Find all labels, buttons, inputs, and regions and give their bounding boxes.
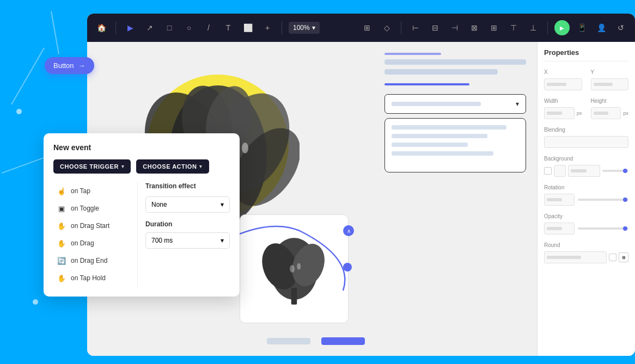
- prop-round-label: Round: [544, 242, 628, 248]
- deco-line-1: [11, 48, 45, 105]
- mockup-line-3: [384, 83, 469, 85]
- play-button[interactable]: ▶: [554, 20, 570, 35]
- mobile-preview-icon[interactable]: 📱: [574, 20, 589, 35]
- event-item-on-drag[interactable]: ✋ on Drag: [53, 235, 130, 252]
- prop-group-opacity: Opacity: [544, 213, 628, 235]
- duration-chevron-icon: ▾: [221, 237, 224, 244]
- prop-x-label: X: [544, 69, 582, 75]
- prop-rotation-slider[interactable]: [578, 199, 628, 201]
- mockup-line-2: [384, 69, 498, 75]
- text-tool-icon[interactable]: T: [221, 20, 236, 35]
- mockup-text-line-3: [392, 143, 468, 147]
- transition-panel: Transition effect None ▾ Duration 700 ms…: [138, 182, 230, 287]
- prop-round-icon[interactable]: ⊞: [619, 252, 628, 262]
- prop-x-group: X: [544, 69, 582, 90]
- image-tool-icon[interactable]: ⬜: [240, 20, 255, 35]
- prop-background-slider[interactable]: [602, 170, 629, 172]
- prop-round-input[interactable]: [544, 251, 607, 263]
- prop-group-xy: X Y: [544, 69, 628, 90]
- prop-height-input[interactable]: [591, 107, 621, 119]
- share-icon[interactable]: 👤: [594, 20, 609, 35]
- svg-point-11: [242, 143, 248, 153]
- prop-opacity-label: Opacity: [544, 213, 628, 219]
- distribute-v-icon[interactable]: ⊞: [486, 20, 502, 35]
- prop-rotation-input[interactable]: [544, 194, 575, 206]
- mockup-dropdown[interactable]: ▾: [384, 94, 526, 114]
- event-item-on-drag-start[interactable]: ✋ on Drag Start: [53, 217, 130, 235]
- toolbar-divider-1: [115, 21, 116, 34]
- circle-tool-icon[interactable]: ○: [181, 20, 197, 35]
- floating-button[interactable]: Button →: [45, 57, 94, 74]
- choose-action-button[interactable]: CHOOSE ACTION ▾: [136, 159, 209, 174]
- toolbar-divider-2: [282, 21, 282, 34]
- event-item-on-tap-hold[interactable]: ✋ on Tap Hold: [53, 269, 130, 287]
- event-item-on-toggle[interactable]: ▣ on Toggle: [53, 200, 130, 217]
- plant-card-inner: [251, 225, 338, 312]
- prop-group-background: Background: [544, 156, 628, 177]
- event-list: ☝ on Tap ▣ on Toggle ✋ on Drag Start ✋ o…: [53, 182, 138, 287]
- mockup-text-line-2: [392, 134, 487, 138]
- prop-width-input[interactable]: [544, 107, 575, 119]
- align-left-icon[interactable]: ⊢: [408, 20, 423, 35]
- connection-arrow-button[interactable]: ∧: [343, 225, 354, 236]
- event-label-on-drag-start: on Drag Start: [71, 222, 109, 230]
- chevron-up-icon: ∧: [347, 228, 351, 234]
- mockup-header-lines: [384, 53, 526, 75]
- mockup-text-line-4: [392, 151, 493, 156]
- event-label-on-drag-end: on Drag End: [71, 257, 107, 264]
- prop-background-checkbox[interactable]: [544, 167, 552, 175]
- zoom-value: 100%: [293, 24, 310, 32]
- diamond-icon[interactable]: ◇: [379, 20, 394, 35]
- event-item-on-drag-end[interactable]: 🔄 on Drag End: [53, 252, 130, 269]
- zoom-chevron-icon: ▾: [312, 24, 315, 32]
- duration-select[interactable]: 700 ms ▾: [145, 232, 230, 249]
- toolbar: 🏠 ▶ ↗ □ ○ / T ⬜ + 100% ▾ ⊞ ◇ ⊢ ⊟ ⊣ ⊠ ⊞ ⊤…: [87, 14, 635, 42]
- prop-height-input-row: px: [591, 107, 629, 119]
- connection-dot: [343, 263, 352, 272]
- prop-y-input[interactable]: [591, 78, 629, 90]
- transition-selected-value: None: [151, 201, 167, 208]
- toolbar-divider-4: [547, 21, 548, 34]
- prop-background-swatch[interactable]: [554, 165, 566, 177]
- grid-icon[interactable]: ⊞: [359, 20, 375, 35]
- event-label-on-toggle: on Toggle: [71, 205, 99, 212]
- prop-round-checkbox[interactable]: [609, 254, 616, 261]
- prop-x-input[interactable]: [544, 78, 582, 90]
- event-item-on-tap[interactable]: ☝ on Tap: [53, 182, 130, 200]
- choose-trigger-button[interactable]: CHOOSE TRIGGER ▾: [53, 159, 131, 174]
- prop-height-unit: px: [623, 110, 628, 116]
- select-tool-icon[interactable]: ▶: [123, 20, 138, 35]
- align-right-icon[interactable]: ⊣: [447, 20, 462, 35]
- transition-title: Transition effect: [145, 182, 230, 190]
- new-event-title: New event: [53, 143, 230, 152]
- align-bottom-icon[interactable]: ⊥: [526, 20, 541, 35]
- align-top-icon[interactable]: ⊤: [506, 20, 521, 35]
- prop-rotation-label: Rotation: [544, 184, 628, 190]
- floating-button-label: Button: [53, 61, 74, 70]
- undo-icon[interactable]: ↺: [613, 20, 628, 35]
- transition-select[interactable]: None ▾: [145, 196, 230, 213]
- bottom-button[interactable]: [321, 337, 365, 345]
- trigger-chevron-icon: ▾: [121, 164, 125, 169]
- distribute-h-icon[interactable]: ⊠: [467, 20, 482, 35]
- mockup-text-line-1: [392, 125, 506, 129]
- prop-round-row: ⊞: [544, 251, 628, 263]
- prop-background-value-input[interactable]: [568, 165, 600, 177]
- add-tool-icon[interactable]: +: [260, 20, 275, 35]
- home-icon[interactable]: 🏠: [94, 20, 109, 35]
- pointer-tool-icon[interactable]: ↗: [142, 20, 157, 35]
- rectangle-tool-icon[interactable]: □: [162, 20, 177, 35]
- align-center-icon[interactable]: ⊟: [428, 20, 443, 35]
- prop-group-wh: Width px Height px: [544, 98, 628, 119]
- prop-opacity-input[interactable]: [544, 223, 575, 235]
- prop-opacity-slider-thumb: [623, 226, 627, 231]
- prop-opacity-slider[interactable]: [578, 227, 628, 230]
- zoom-control[interactable]: 100% ▾: [289, 22, 320, 34]
- prop-blending-input[interactable]: [544, 136, 628, 148]
- prop-rotation-slider-thumb: [623, 198, 627, 202]
- prop-y-label: Y: [591, 69, 629, 75]
- properties-panel: Properties X Y: [537, 42, 635, 356]
- properties-panel-title: Properties: [544, 48, 628, 61]
- pen-tool-icon[interactable]: /: [201, 20, 216, 35]
- svg-point-16: [290, 265, 295, 273]
